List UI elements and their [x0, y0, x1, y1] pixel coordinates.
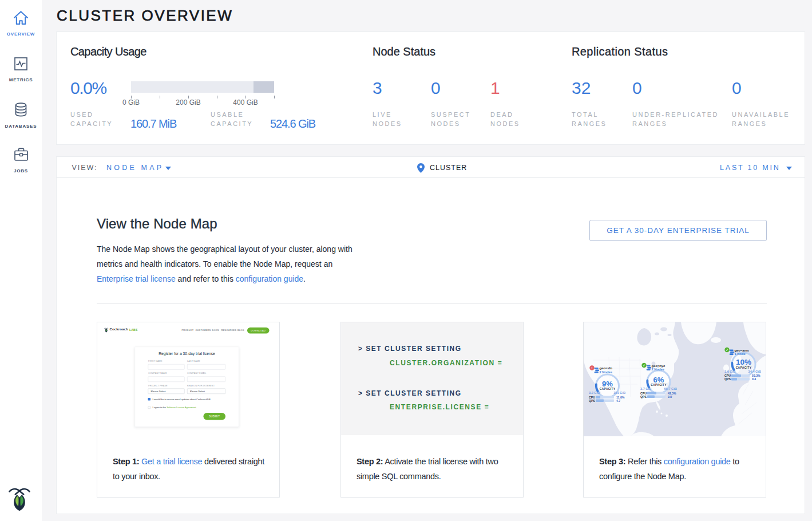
svg-text:CAPACITY: CAPACITY [651, 383, 667, 386]
svg-text:2 Nodes: 2 Nodes [600, 370, 613, 374]
svg-text:QPS: QPS [640, 395, 647, 398]
svg-text:✓: ✓ [643, 364, 645, 367]
svg-text:✓: ✓ [726, 348, 728, 352]
svg-text:2 Nodes: 2 Nodes [652, 368, 665, 371]
svg-text:QPS: QPS [589, 399, 595, 402]
svg-text:351 GiB: 351 GiB [613, 391, 625, 394]
svg-text:QPS: QPS [724, 377, 731, 381]
svg-text:3.7 GiB: 3.7 GiB [640, 387, 651, 390]
svg-text:0.0: 0.0 [668, 395, 672, 398]
svg-text:geo=nyc: geo=nyc [652, 364, 666, 368]
svg-text:CAPACITY: CAPACITY [600, 387, 616, 390]
svg-text:65.7 GiB: 65.7 GiB [664, 387, 677, 390]
svg-text:3.2 GiB: 3.2 GiB [589, 391, 600, 394]
svg-text:CAPACITY: CAPACITY [736, 366, 752, 369]
svg-text:geo=sfo: geo=sfo [600, 366, 613, 370]
svg-text:3.6 GiB: 3.6 GiB [724, 370, 735, 373]
svg-text:1 Node: 1 Node [735, 352, 746, 356]
svg-text:!: ! [592, 366, 593, 370]
svg-text:0.4: 0.4 [752, 377, 756, 381]
svg-text:geo=ams: geo=ams [735, 349, 749, 352]
svg-text:4.7: 4.7 [616, 399, 620, 402]
svg-text:34.4 GiB: 34.4 GiB [748, 370, 761, 373]
